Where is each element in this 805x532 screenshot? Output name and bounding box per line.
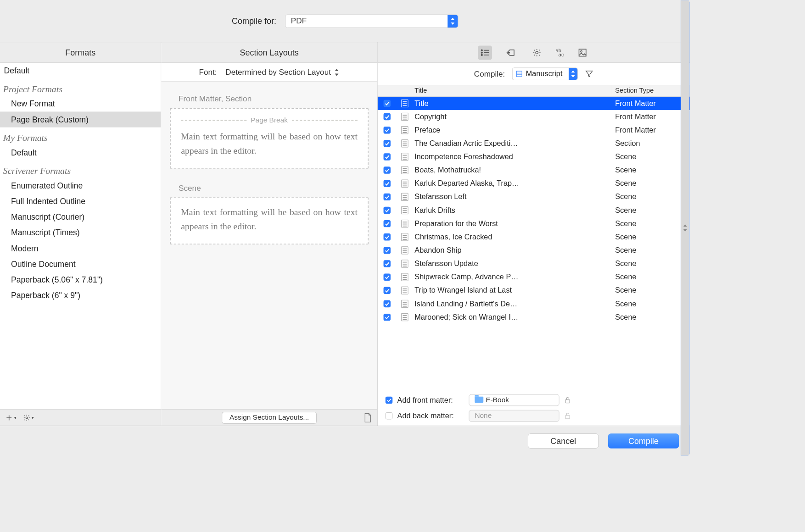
section-type-chevron-icon[interactable]: ⌄ [678, 207, 690, 214]
include-checkbox[interactable] [384, 260, 391, 267]
table-row[interactable]: Stefansson UpdateScene⌄ [378, 257, 690, 270]
document-list[interactable]: TitleFront Matter⌄CopyrightFront Matter⌄… [378, 97, 690, 390]
section-type-chevron-icon[interactable]: ⌄ [678, 114, 690, 120]
tab-metadata-icon[interactable] [503, 45, 518, 60]
document-icon [401, 180, 408, 188]
section-type-chevron-icon[interactable]: ⌄ [678, 274, 690, 280]
compile-for-select[interactable]: PDF [285, 14, 458, 28]
section-type-chevron-icon[interactable]: ⌄ [678, 221, 690, 227]
include-checkbox[interactable] [384, 140, 391, 147]
filter-icon[interactable] [585, 70, 593, 78]
include-checkbox[interactable] [384, 194, 391, 200]
format-outline-document[interactable]: Outline Document [0, 256, 161, 272]
include-checkbox[interactable] [384, 247, 391, 254]
layout-preview-front-matter[interactable]: Page Break Main text formatting will be … [170, 108, 369, 169]
compile-button[interactable]: Compile [608, 433, 679, 449]
format-enum-outline[interactable]: Enumerated Outline [0, 177, 161, 193]
section-type-chevron-icon[interactable]: ⌄ [678, 314, 690, 321]
include-checkbox[interactable] [384, 113, 391, 120]
section-type: Scene [611, 273, 678, 282]
include-checkbox[interactable] [384, 233, 391, 240]
format-new-format[interactable]: New Format [0, 96, 161, 111]
doc-title: Boats, Mothatrucka! [413, 166, 611, 175]
table-row[interactable]: Marooned; Sick on Wrangel I…Scene⌄ [378, 310, 690, 324]
font-value: Determined by Section Layout [225, 67, 331, 77]
table-row[interactable]: Boats, Mothatrucka!Scene⌄ [378, 164, 690, 177]
tab-contents-icon[interactable] [478, 45, 492, 60]
include-checkbox[interactable] [384, 127, 391, 133]
table-row[interactable]: Preparation for the WorstScene⌄ [378, 217, 690, 230]
table-row[interactable]: CopyrightFront Matter⌄ [378, 110, 690, 123]
format-manuscript-courier[interactable]: Manuscript (Courier) [0, 209, 161, 225]
include-checkbox[interactable] [384, 314, 391, 321]
section-type-chevron-icon[interactable]: ⌄ [678, 301, 690, 307]
add-front-matter-checkbox[interactable] [386, 397, 392, 404]
include-checkbox[interactable] [384, 153, 391, 160]
table-row[interactable]: Island Landing / Bartlett's De…Scene⌄ [378, 297, 690, 310]
section-type: Scene [611, 206, 678, 215]
include-checkbox[interactable] [384, 287, 391, 294]
format-paperback-506[interactable]: Paperback (5.06" x 7.81") [0, 272, 161, 288]
layout-label-front-matter: Front Matter, Section [179, 94, 369, 104]
section-type-chevron-icon[interactable]: ⌄ [678, 167, 690, 173]
tab-options-gear-icon[interactable] [530, 45, 544, 60]
include-checkbox[interactable] [384, 100, 391, 107]
section-type-chevron-icon[interactable]: ⌄ [678, 127, 690, 133]
assign-section-layouts-button[interactable]: Assign Section Layouts... [222, 412, 317, 424]
add-format-button[interactable]: ▾ [6, 414, 16, 421]
header-section-type[interactable]: Section Type [611, 85, 690, 96]
format-paperback-6x9[interactable]: Paperback (6" x 9") [0, 288, 161, 303]
formats-header: Formats [0, 43, 161, 63]
header-title[interactable]: Title [413, 85, 611, 96]
include-checkbox[interactable] [384, 300, 391, 307]
cancel-button[interactable]: Cancel [528, 433, 598, 449]
section-type-chevron-icon[interactable]: ⌄ [678, 234, 690, 240]
back-matter-select[interactable]: None [469, 410, 559, 422]
include-checkbox[interactable] [384, 220, 391, 227]
layout-label-scene: Scene [179, 183, 369, 193]
section-type-chevron-icon[interactable]: ⌄ [678, 287, 690, 294]
format-manuscript-times[interactable]: Manuscript (Times) [0, 225, 161, 240]
format-default[interactable]: Default [0, 63, 161, 78]
table-row[interactable]: Karluk Departed Alaska, Trap…Scene⌄ [378, 177, 690, 190]
table-row[interactable]: PrefaceFront Matter⌄ [378, 123, 690, 137]
format-full-indented[interactable]: Full Indented Outline [0, 194, 161, 209]
layout-preview-scene[interactable]: Main text formatting will be based on ho… [170, 197, 369, 244]
table-row[interactable]: Shipwreck Camp, Advance P…Scene⌄ [378, 271, 690, 284]
document-icon [401, 300, 408, 308]
tab-cover-icon[interactable] [576, 45, 590, 60]
format-modern[interactable]: Modern [0, 240, 161, 256]
table-row[interactable]: Christmas, Ice CrackedScene⌄ [378, 230, 690, 244]
section-type: Scene [611, 246, 678, 255]
table-row[interactable]: Incompetence ForeshadowedScene⌄ [378, 150, 690, 163]
section-type-chevron-icon[interactable]: ⌄ [678, 154, 690, 160]
section-type-chevron-icon[interactable]: ⌄ [678, 247, 690, 254]
section-type-chevron-icon[interactable]: ⌄ [678, 260, 690, 267]
table-row[interactable]: Trip to Wrangel Island at LastScene⌄ [378, 284, 690, 297]
format-my-default[interactable]: Default [0, 144, 161, 160]
table-row[interactable]: TitleFront Matter⌄ [378, 97, 690, 110]
section-type-chevron-icon[interactable]: ⌄ [678, 100, 690, 107]
font-popup[interactable]: Determined by Section Layout [225, 67, 339, 77]
table-row[interactable]: Abandon ShipScene⌄ [378, 244, 690, 257]
unlock-icon[interactable] [564, 397, 571, 404]
section-type-chevron-icon[interactable]: ⌄ [678, 194, 690, 200]
table-row[interactable]: Stefansson LeftScene⌄ [378, 190, 690, 204]
section-type-chevron-icon[interactable]: ⌄ [678, 140, 690, 147]
section-type-chevron-icon[interactable]: ⌄ [678, 180, 690, 187]
include-checkbox[interactable] [384, 207, 391, 214]
format-settings-button[interactable]: ▾ [23, 414, 34, 421]
include-checkbox[interactable] [384, 166, 391, 173]
table-row[interactable]: Karluk DriftsScene⌄ [378, 204, 690, 217]
document-icon [401, 126, 408, 134]
tab-replacements-icon[interactable]: ab ac [556, 45, 564, 60]
include-checkbox[interactable] [384, 273, 391, 280]
table-row[interactable]: The Canadian Acrtic Expediti…Section⌄ [378, 137, 690, 150]
compile-target-select[interactable]: Manuscript [512, 67, 578, 80]
add-back-matter-checkbox[interactable] [386, 412, 392, 419]
format-page-break-custom[interactable]: Page Break (Custom) [0, 111, 161, 127]
front-matter-select[interactable]: E-Book [469, 394, 559, 406]
back-matter-value: None [469, 410, 559, 422]
include-checkbox[interactable] [384, 180, 391, 187]
document-icon [401, 260, 408, 267]
